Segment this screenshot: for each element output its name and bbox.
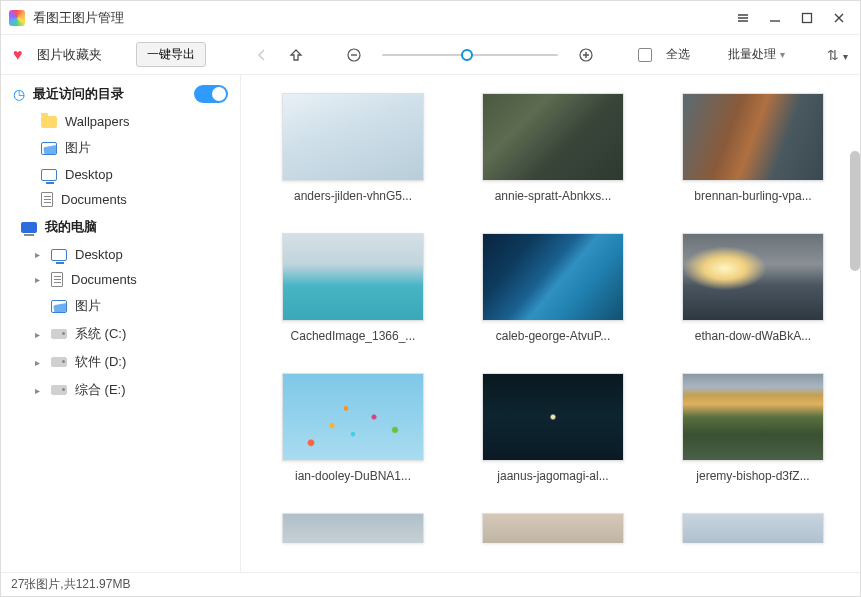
- monitor-icon: [51, 249, 67, 261]
- picture-icon: [41, 142, 57, 155]
- sidebar-item-drive-e[interactable]: ▸综合 (E:): [1, 376, 240, 404]
- file-name: CachedImage_1366_...: [282, 329, 424, 343]
- expand-icon[interactable]: ▸: [35, 329, 43, 340]
- heart-icon: ♥: [13, 46, 23, 64]
- sort-button[interactable]: ⇅ ▾: [827, 47, 848, 63]
- thumbnail: [282, 93, 424, 181]
- thumbnail-grid: anders-jilden-vhnG5... annie-spratt-Abnk…: [241, 75, 860, 572]
- sidebar-item-label: 综合 (E:): [75, 381, 126, 399]
- sidebar-item-mypc-documents[interactable]: ▸Documents: [1, 267, 240, 292]
- pc-icon: [21, 222, 37, 233]
- drive-icon: [51, 329, 67, 339]
- zoom-out-button[interactable]: [344, 45, 364, 65]
- sidebar-item-mypc-pictures[interactable]: ▸图片: [1, 292, 240, 320]
- select-all-checkbox[interactable]: [638, 48, 652, 62]
- thumbnail: [682, 93, 824, 181]
- file-item[interactable]: ethan-dow-dWaBkA...: [673, 233, 833, 343]
- maximize-button[interactable]: [800, 11, 814, 25]
- file-name: annie-spratt-Abnkxs...: [482, 189, 624, 203]
- thumbnail: [282, 233, 424, 321]
- thumbnail: [482, 233, 624, 321]
- menu-button[interactable]: [736, 11, 750, 25]
- sidebar-item-label: 图片: [75, 297, 101, 315]
- select-all-label[interactable]: 全选: [666, 46, 690, 63]
- expand-icon[interactable]: ▸: [35, 274, 43, 285]
- file-item[interactable]: caleb-george-AtvuP...: [473, 233, 633, 343]
- svg-rect-0: [803, 13, 812, 22]
- zoom-slider[interactable]: [378, 54, 563, 56]
- file-item[interactable]: [473, 513, 633, 543]
- sidebar-item-pictures[interactable]: 图片: [1, 134, 240, 162]
- file-name: caleb-george-AtvuP...: [482, 329, 624, 343]
- document-icon: [41, 192, 53, 207]
- status-text: 27张图片,共121.97MB: [11, 576, 130, 593]
- file-item[interactable]: ian-dooley-DuBNA1...: [273, 373, 433, 483]
- file-item[interactable]: [673, 513, 833, 543]
- mypc-header-label: 我的电脑: [45, 218, 97, 236]
- window-title: 看图王图片管理: [33, 9, 124, 27]
- sidebar: ◷ 最近访问的目录 Wallpapers 图片 Desktop Document…: [1, 75, 241, 572]
- recent-section-header: ◷ 最近访问的目录: [1, 79, 240, 109]
- sidebar-item-mypc-desktop[interactable]: ▸Desktop: [1, 242, 240, 267]
- file-name: jeremy-bishop-d3fZ...: [682, 469, 824, 483]
- sidebar-item-wallpapers[interactable]: Wallpapers: [1, 109, 240, 134]
- picture-icon: [51, 300, 67, 313]
- file-item[interactable]: annie-spratt-Abnkxs...: [473, 93, 633, 203]
- file-item[interactable]: [273, 513, 433, 543]
- drive-icon: [51, 385, 67, 395]
- file-name: brennan-burling-vpa...: [682, 189, 824, 203]
- sidebar-item-label: Wallpapers: [65, 114, 130, 129]
- expand-icon[interactable]: ▸: [35, 385, 43, 396]
- sidebar-item-label: Documents: [71, 272, 137, 287]
- chevron-down-icon: ▾: [780, 49, 785, 60]
- thumbnail: [682, 233, 824, 321]
- sidebar-item-documents[interactable]: Documents: [1, 187, 240, 212]
- titlebar: 看图王图片管理: [1, 1, 860, 35]
- thumbnail: [482, 373, 624, 461]
- statusbar: 27张图片,共121.97MB: [1, 572, 860, 596]
- app-window: 看图王图片管理 ♥ 图片收藏夹 一键导出 全选 批量处理 ▾ ⇅ ▾: [0, 0, 861, 597]
- thumbnail: [282, 513, 424, 543]
- back-button[interactable]: [252, 45, 272, 65]
- thumbnail: [282, 373, 424, 461]
- sidebar-item-label: Desktop: [75, 247, 123, 262]
- up-button[interactable]: [286, 45, 306, 65]
- sidebar-item-drive-d[interactable]: ▸软件 (D:): [1, 348, 240, 376]
- favorites-label[interactable]: 图片收藏夹: [37, 46, 102, 64]
- close-button[interactable]: [832, 11, 846, 25]
- thumbnail: [482, 93, 624, 181]
- file-name: jaanus-jagomagi-al...: [482, 469, 624, 483]
- document-icon: [51, 272, 63, 287]
- thumbnail: [682, 373, 824, 461]
- file-item[interactable]: jeremy-bishop-d3fZ...: [673, 373, 833, 483]
- app-icon: [9, 10, 25, 26]
- file-name: ethan-dow-dWaBkA...: [682, 329, 824, 343]
- file-name: anders-jilden-vhnG5...: [282, 189, 424, 203]
- expand-icon[interactable]: ▸: [35, 249, 43, 260]
- sidebar-item-drive-c[interactable]: ▸系统 (C:): [1, 320, 240, 348]
- recent-header-label: 最近访问的目录: [33, 85, 124, 103]
- file-item[interactable]: anders-jilden-vhnG5...: [273, 93, 433, 203]
- thumbnail: [682, 513, 824, 543]
- mypc-section-header[interactable]: 我的电脑: [1, 212, 240, 242]
- export-button[interactable]: 一键导出: [136, 42, 206, 67]
- sidebar-item-label: Documents: [61, 192, 127, 207]
- toolbar: ♥ 图片收藏夹 一键导出 全选 批量处理 ▾ ⇅ ▾: [1, 35, 860, 75]
- file-item[interactable]: jaanus-jagomagi-al...: [473, 373, 633, 483]
- scrollbar[interactable]: [850, 151, 860, 271]
- batch-label: 批量处理: [728, 46, 776, 63]
- expand-icon[interactable]: ▸: [35, 357, 43, 368]
- sidebar-item-label: 软件 (D:): [75, 353, 126, 371]
- minimize-button[interactable]: [768, 11, 782, 25]
- slider-thumb[interactable]: [461, 49, 473, 61]
- batch-dropdown[interactable]: 批量处理 ▾: [728, 46, 785, 63]
- file-name: ian-dooley-DuBNA1...: [282, 469, 424, 483]
- thumbnail: [482, 513, 624, 543]
- file-item[interactable]: CachedImage_1366_...: [273, 233, 433, 343]
- sidebar-item-desktop[interactable]: Desktop: [1, 162, 240, 187]
- recent-toggle[interactable]: [194, 85, 228, 103]
- folder-icon: [41, 116, 57, 128]
- sidebar-item-label: 图片: [65, 139, 91, 157]
- file-item[interactable]: brennan-burling-vpa...: [673, 93, 833, 203]
- zoom-in-button[interactable]: [576, 45, 596, 65]
